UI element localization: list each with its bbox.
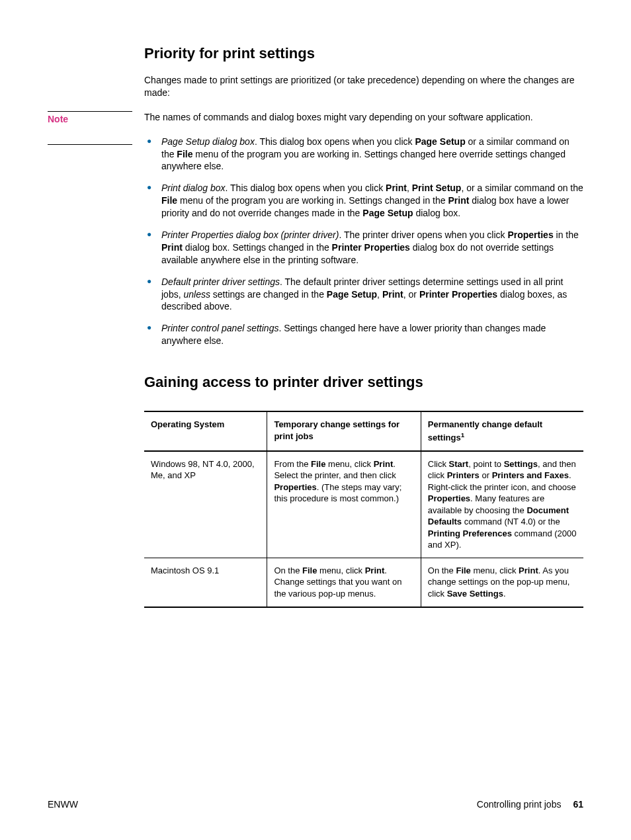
priority-bullet-list: Page Setup dialog box. This dialog box o… xyxy=(144,136,583,347)
bullet-item: Printer control panel settings. Settings… xyxy=(144,322,583,347)
cell-perm: Click Start, point to Settings, and then… xyxy=(421,451,583,558)
header-temp: Temporary change settings for print jobs xyxy=(267,411,421,450)
page-footer: ENWW Controlling print jobs 61 xyxy=(48,799,583,810)
driver-settings-table: Operating System Temporary change settin… xyxy=(144,411,583,607)
note-text: The names of commands and dialog boxes m… xyxy=(144,111,583,124)
section2-heading: Gaining access to printer driver setting… xyxy=(144,374,583,391)
header-perm: Permanently change default settings1 xyxy=(421,411,583,450)
note-block: Note The names of commands and dialog bo… xyxy=(144,111,583,124)
table-header-row: Operating System Temporary change settin… xyxy=(144,411,583,450)
table-row: Macintosh OS 9.1 On the File menu, click… xyxy=(144,558,583,607)
section1-heading: Priority for print settings xyxy=(144,45,583,62)
bullet-item: Print dialog box. This dialog box opens … xyxy=(144,182,583,220)
bullet-item: Page Setup dialog box. This dialog box o… xyxy=(144,136,583,173)
page-number: 61 xyxy=(573,799,583,810)
footer-left: ENWW xyxy=(48,799,78,810)
footer-section-title: Controlling print jobs xyxy=(477,799,562,810)
bullet-item: Default printer driver settings. The def… xyxy=(144,276,583,314)
cell-os: Windows 98, NT 4.0, 2000, Me, and XP xyxy=(144,451,267,558)
cell-temp: From the File menu, click Print. Select … xyxy=(267,451,421,558)
cell-os: Macintosh OS 9.1 xyxy=(144,558,267,607)
cell-temp: On the File menu, click Print. Change se… xyxy=(267,558,421,607)
table-row: Windows 98, NT 4.0, 2000, Me, and XP Fro… xyxy=(144,451,583,558)
bullet-item: Printer Properties dialog box (printer d… xyxy=(144,229,583,267)
note-label: Note xyxy=(48,111,132,145)
cell-perm: On the File menu, click Print. As you ch… xyxy=(421,558,583,607)
section1-intro: Changes made to print settings are prior… xyxy=(144,74,583,99)
header-os: Operating System xyxy=(144,411,267,450)
